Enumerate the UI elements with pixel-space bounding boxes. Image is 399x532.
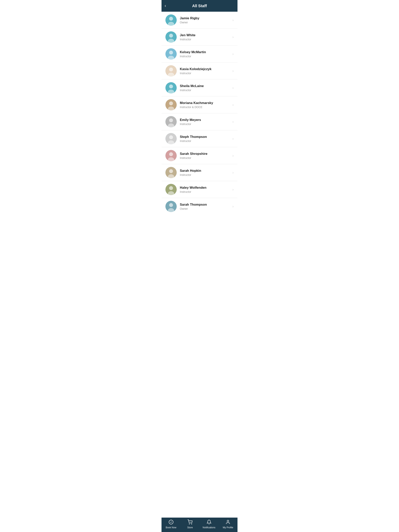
staff-name: Moriana Kachmarsky — [180, 101, 232, 105]
chevron-right-icon: › — [232, 120, 234, 124]
staff-role: Owner — [180, 21, 232, 24]
staff-role: Instructor — [180, 156, 232, 159]
staff-item[interactable]: Sarah Hopkin Instructor › — [161, 164, 238, 181]
nav-label-store: Store — [187, 526, 193, 529]
avatar — [165, 184, 177, 195]
svg-point-13 — [169, 84, 173, 89]
staff-info: Steph Thompson Instructor — [180, 135, 232, 143]
bottom-nav: Book Now Store Notifications My Pro — [161, 518, 238, 532]
staff-role: Instructor — [180, 173, 232, 177]
staff-name: Emily Meyers — [180, 118, 232, 122]
svg-point-4 — [169, 34, 173, 38]
chevron-right-icon: › — [232, 154, 234, 158]
staff-name: Sarah Hopkin — [180, 169, 232, 173]
staff-info: Kasia Kolodziejczyk Instructor — [180, 67, 232, 75]
staff-role: Instructor — [180, 55, 232, 58]
staff-info: Kelsey McMartin Instructor — [180, 50, 232, 58]
staff-name: Jen White — [180, 33, 232, 37]
staff-role: Instructor & DOCE — [180, 106, 232, 109]
staff-item[interactable]: Haley Wolfenden Instructor › — [161, 181, 238, 198]
chevron-right-icon: › — [232, 188, 234, 192]
staff-name: Steph Thompson — [180, 135, 232, 139]
staff-name: Kasia Kolodziejczyk — [180, 67, 232, 71]
svg-point-37 — [189, 524, 190, 524]
staff-item[interactable]: Emily Meyers Instructor › — [161, 113, 238, 130]
header: ‹ All Staff — [161, 0, 238, 12]
staff-info: Jen White Instructor — [180, 33, 232, 41]
staff-info: Moriana Kachmarsky Instructor & DOCE — [180, 101, 232, 109]
back-button[interactable]: ‹ — [165, 4, 166, 8]
avatar — [165, 167, 177, 178]
svg-point-10 — [169, 68, 173, 71]
avatar — [165, 48, 177, 60]
avatar — [165, 65, 177, 76]
staff-item[interactable]: Jen White Instructor › — [161, 29, 238, 45]
staff-role: Instructor — [180, 122, 232, 126]
svg-point-34 — [169, 203, 173, 207]
avatar — [165, 99, 177, 110]
staff-item[interactable]: Sarah Shropshire Instructor › — [161, 147, 238, 164]
staff-role: Instructor — [180, 190, 232, 193]
chevron-right-icon: › — [232, 69, 234, 73]
staff-item[interactable]: Sheila McLaine Instructor › — [161, 79, 238, 96]
avatar — [165, 133, 177, 144]
staff-info: Emily Meyers Instructor — [180, 118, 232, 126]
nav-label-notifications: Notifications — [203, 526, 215, 529]
shopping-cart-icon — [187, 519, 193, 525]
staff-name: Haley Wolfenden — [180, 186, 232, 190]
avatar — [165, 31, 177, 43]
staff-role: Instructor — [180, 139, 232, 143]
nav-label-profile: My Profile — [223, 526, 233, 529]
svg-point-19 — [169, 118, 173, 122]
avatar — [165, 14, 177, 26]
staff-item[interactable]: Sarah Thompson Owner › — [161, 198, 238, 215]
staff-item[interactable]: Moriana Kachmarsky Instructor & DOCE › — [161, 96, 238, 113]
staff-name: Sarah Thompson — [180, 203, 232, 207]
staff-info: Sheila McLaine Instructor — [180, 84, 232, 92]
staff-name: Sheila McLaine — [180, 84, 232, 88]
user-icon — [225, 519, 231, 525]
staff-role: Instructor — [180, 38, 232, 41]
avatar — [165, 201, 177, 212]
svg-point-38 — [192, 524, 192, 524]
svg-point-39 — [227, 520, 229, 522]
chevron-right-icon: › — [232, 171, 234, 175]
chevron-right-icon: › — [232, 52, 234, 56]
nav-item-store[interactable]: Store — [180, 519, 200, 529]
check-circle-icon — [168, 519, 174, 525]
chevron-right-icon: › — [232, 103, 234, 107]
staff-info: Haley Wolfenden Instructor — [180, 186, 232, 193]
avatar — [165, 150, 177, 161]
chevron-right-icon: › — [232, 86, 234, 90]
staff-role: Instructor — [180, 89, 232, 92]
avatar — [165, 82, 177, 94]
nav-item-profile[interactable]: My Profile — [219, 519, 238, 529]
staff-item[interactable]: Jamie Rigby Owner › — [161, 12, 238, 29]
nav-label-book: Book Now — [166, 526, 176, 529]
svg-point-22 — [169, 135, 173, 139]
staff-info: Sarah Thompson Owner — [180, 203, 232, 210]
nav-item-book[interactable]: Book Now — [161, 519, 180, 529]
chevron-right-icon: › — [232, 35, 234, 39]
svg-point-7 — [169, 51, 173, 55]
staff-info: Sarah Shropshire Instructor — [180, 152, 232, 159]
staff-name: Jamie Rigby — [180, 16, 232, 20]
svg-point-1 — [169, 17, 173, 21]
svg-point-28 — [169, 169, 173, 173]
page-title: All Staff — [192, 4, 207, 8]
svg-point-16 — [169, 101, 173, 105]
chevron-right-icon: › — [232, 204, 234, 209]
staff-role: Owner — [180, 207, 232, 210]
staff-item[interactable]: Kelsey McMartin Instructor › — [161, 45, 238, 63]
nav-item-notifications[interactable]: Notifications — [200, 519, 219, 529]
staff-role: Instructor — [180, 72, 232, 75]
staff-list: Jamie Rigby Owner › Jen White Instructor… — [161, 12, 238, 532]
staff-info: Jamie Rigby Owner — [180, 16, 232, 24]
svg-point-25 — [169, 152, 173, 156]
staff-name: Sarah Shropshire — [180, 152, 232, 156]
staff-item[interactable]: Kasia Kolodziejczyk Instructor › — [161, 63, 238, 79]
staff-item[interactable]: Steph Thompson Instructor › — [161, 130, 238, 147]
chevron-right-icon: › — [232, 137, 234, 141]
chevron-right-icon: › — [232, 18, 234, 22]
bell-icon — [206, 519, 212, 525]
